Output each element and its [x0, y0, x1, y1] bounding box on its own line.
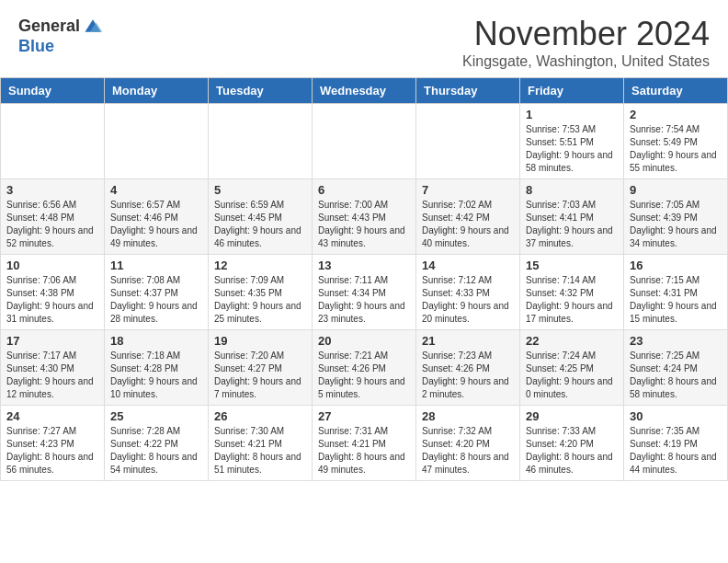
week-row-3: 10Sunrise: 7:06 AMSunset: 4:38 PMDayligh…	[1, 255, 728, 330]
day-number: 5	[214, 183, 306, 197]
week-row-2: 3Sunrise: 6:56 AMSunset: 4:48 PMDaylight…	[1, 179, 728, 255]
day-info: Sunrise: 7:30 AMSunset: 4:21 PMDaylight:…	[214, 425, 306, 477]
day-info: Sunrise: 7:35 AMSunset: 4:19 PMDaylight:…	[630, 425, 722, 477]
day-info: Sunrise: 7:09 AMSunset: 4:35 PMDaylight:…	[214, 274, 306, 326]
weekday-header-tuesday: Tuesday	[209, 78, 313, 104]
calendar-cell: 18Sunrise: 7:18 AMSunset: 4:28 PMDayligh…	[105, 330, 209, 406]
calendar-cell: 22Sunrise: 7:24 AMSunset: 4:25 PMDayligh…	[520, 330, 624, 406]
calendar-cell: 2Sunrise: 7:54 AMSunset: 5:49 PMDaylight…	[624, 104, 728, 179]
day-info: Sunrise: 7:00 AMSunset: 4:43 PMDaylight:…	[318, 199, 410, 250]
calendar-cell: 3Sunrise: 6:56 AMSunset: 4:48 PMDaylight…	[1, 179, 105, 255]
calendar-cell	[105, 104, 209, 179]
day-info: Sunrise: 7:12 AMSunset: 4:33 PMDaylight:…	[422, 274, 514, 326]
header: General Blue November 2024 Kingsgate, Wa…	[0, 0, 728, 77]
day-info: Sunrise: 7:20 AMSunset: 4:27 PMDaylight:…	[214, 350, 306, 401]
calendar-cell: 20Sunrise: 7:21 AMSunset: 4:26 PMDayligh…	[313, 330, 416, 406]
calendar-cell: 30Sunrise: 7:35 AMSunset: 4:19 PMDayligh…	[624, 406, 728, 481]
calendar-cell	[416, 104, 520, 179]
logo-icon	[82, 15, 104, 37]
calendar-cell: 26Sunrise: 7:30 AMSunset: 4:21 PMDayligh…	[209, 406, 313, 481]
calendar-cell: 16Sunrise: 7:15 AMSunset: 4:31 PMDayligh…	[624, 255, 728, 330]
calendar-cell: 11Sunrise: 7:08 AMSunset: 4:37 PMDayligh…	[105, 255, 209, 330]
logo: General Blue	[18, 15, 104, 56]
day-info: Sunrise: 7:02 AMSunset: 4:42 PMDaylight:…	[422, 199, 514, 250]
logo-blue-text: Blue	[18, 37, 54, 56]
day-number: 12	[214, 259, 306, 272]
day-info: Sunrise: 7:21 AMSunset: 4:26 PMDaylight:…	[318, 350, 410, 401]
calendar-cell: 14Sunrise: 7:12 AMSunset: 4:33 PMDayligh…	[416, 255, 520, 330]
day-number: 30	[630, 409, 722, 423]
weekday-header-wednesday: Wednesday	[313, 78, 416, 104]
day-number: 17	[6, 334, 98, 348]
weekday-header-row: SundayMondayTuesdayWednesdayThursdayFrid…	[1, 78, 728, 104]
day-info: Sunrise: 7:03 AMSunset: 4:41 PMDaylight:…	[526, 199, 618, 250]
calendar-cell	[313, 104, 416, 179]
calendar-cell: 23Sunrise: 7:25 AMSunset: 4:24 PMDayligh…	[624, 330, 728, 406]
day-number: 13	[318, 259, 410, 272]
day-info: Sunrise: 7:28 AMSunset: 4:22 PMDaylight:…	[110, 425, 202, 477]
day-number: 15	[526, 259, 618, 272]
day-number: 21	[422, 334, 514, 348]
title-block: November 2024 Kingsgate, Washington, Uni…	[462, 15, 710, 70]
calendar-cell: 13Sunrise: 7:11 AMSunset: 4:34 PMDayligh…	[313, 255, 416, 330]
calendar-cell: 7Sunrise: 7:02 AMSunset: 4:42 PMDaylight…	[416, 179, 520, 255]
day-info: Sunrise: 7:06 AMSunset: 4:38 PMDaylight:…	[6, 274, 98, 326]
day-number: 22	[526, 334, 618, 348]
day-info: Sunrise: 6:57 AMSunset: 4:46 PMDaylight:…	[110, 199, 202, 250]
calendar-cell: 21Sunrise: 7:23 AMSunset: 4:26 PMDayligh…	[416, 330, 520, 406]
day-number: 1	[526, 108, 618, 121]
day-info: Sunrise: 7:14 AMSunset: 4:32 PMDaylight:…	[526, 274, 618, 326]
calendar-cell	[209, 104, 313, 179]
calendar-cell: 12Sunrise: 7:09 AMSunset: 4:35 PMDayligh…	[209, 255, 313, 330]
day-number: 16	[630, 259, 722, 272]
day-info: Sunrise: 7:24 AMSunset: 4:25 PMDaylight:…	[526, 350, 618, 401]
calendar-cell: 25Sunrise: 7:28 AMSunset: 4:22 PMDayligh…	[105, 406, 209, 481]
weekday-header-saturday: Saturday	[624, 78, 728, 104]
day-number: 7	[422, 183, 514, 197]
day-number: 28	[422, 409, 514, 423]
calendar-cell: 10Sunrise: 7:06 AMSunset: 4:38 PMDayligh…	[1, 255, 105, 330]
day-number: 9	[630, 183, 722, 197]
logo-general-text: General	[18, 17, 80, 36]
day-info: Sunrise: 7:05 AMSunset: 4:39 PMDaylight:…	[630, 199, 722, 250]
calendar-cell: 19Sunrise: 7:20 AMSunset: 4:27 PMDayligh…	[209, 330, 313, 406]
day-info: Sunrise: 7:32 AMSunset: 4:20 PMDaylight:…	[422, 425, 514, 477]
day-info: Sunrise: 7:27 AMSunset: 4:23 PMDaylight:…	[6, 425, 98, 477]
weekday-header-sunday: Sunday	[1, 78, 105, 104]
week-row-5: 24Sunrise: 7:27 AMSunset: 4:23 PMDayligh…	[1, 406, 728, 481]
day-info: Sunrise: 7:17 AMSunset: 4:30 PMDaylight:…	[6, 350, 98, 401]
day-info: Sunrise: 7:11 AMSunset: 4:34 PMDaylight:…	[318, 274, 410, 326]
day-number: 18	[110, 334, 202, 348]
day-info: Sunrise: 7:23 AMSunset: 4:26 PMDaylight:…	[422, 350, 514, 401]
calendar-cell: 9Sunrise: 7:05 AMSunset: 4:39 PMDaylight…	[624, 179, 728, 255]
day-info: Sunrise: 7:33 AMSunset: 4:20 PMDaylight:…	[526, 425, 618, 477]
day-number: 25	[110, 409, 202, 423]
month-title: November 2024	[462, 15, 710, 53]
day-number: 14	[422, 259, 514, 272]
calendar-cell: 1Sunrise: 7:53 AMSunset: 5:51 PMDaylight…	[520, 104, 624, 179]
day-info: Sunrise: 7:54 AMSunset: 5:49 PMDaylight:…	[630, 123, 722, 175]
day-number: 11	[110, 259, 202, 272]
weekday-header-friday: Friday	[520, 78, 624, 104]
calendar-cell: 28Sunrise: 7:32 AMSunset: 4:20 PMDayligh…	[416, 406, 520, 481]
day-number: 4	[110, 183, 202, 197]
calendar-cell: 15Sunrise: 7:14 AMSunset: 4:32 PMDayligh…	[520, 255, 624, 330]
day-info: Sunrise: 6:56 AMSunset: 4:48 PMDaylight:…	[6, 199, 98, 250]
day-number: 3	[6, 183, 98, 197]
week-row-4: 17Sunrise: 7:17 AMSunset: 4:30 PMDayligh…	[1, 330, 728, 406]
day-number: 26	[214, 409, 306, 423]
day-number: 29	[526, 409, 618, 423]
weekday-header-monday: Monday	[105, 78, 209, 104]
day-info: Sunrise: 7:15 AMSunset: 4:31 PMDaylight:…	[630, 274, 722, 326]
day-number: 27	[318, 409, 410, 423]
week-row-1: 1Sunrise: 7:53 AMSunset: 5:51 PMDaylight…	[1, 104, 728, 179]
day-info: Sunrise: 7:53 AMSunset: 5:51 PMDaylight:…	[526, 123, 618, 175]
day-info: Sunrise: 7:25 AMSunset: 4:24 PMDaylight:…	[630, 350, 722, 401]
day-number: 2	[630, 108, 722, 121]
calendar-cell	[1, 104, 105, 179]
location: Kingsgate, Washington, United States	[462, 53, 710, 70]
calendar-cell: 24Sunrise: 7:27 AMSunset: 4:23 PMDayligh…	[1, 406, 105, 481]
day-number: 8	[526, 183, 618, 197]
day-info: Sunrise: 7:31 AMSunset: 4:21 PMDaylight:…	[318, 425, 410, 477]
day-info: Sunrise: 7:18 AMSunset: 4:28 PMDaylight:…	[110, 350, 202, 401]
